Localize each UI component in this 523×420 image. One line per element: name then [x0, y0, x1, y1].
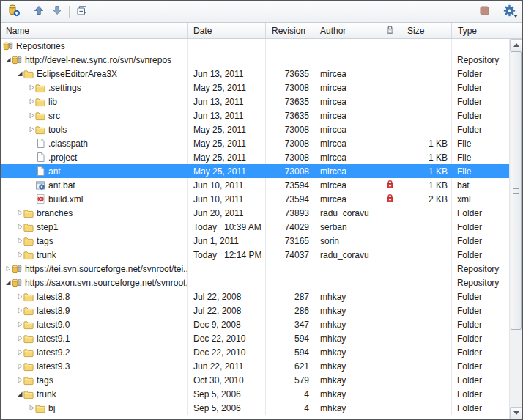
table-row[interactable]: .project May 25, 2011 73008 mircea 1 KB …	[1, 150, 509, 164]
tree-expander[interactable]	[29, 108, 35, 122]
toolbar	[1, 1, 522, 23]
size-cell	[401, 234, 452, 248]
item-name: latest8.9	[37, 306, 70, 316]
name-cell: bj	[1, 401, 188, 415]
table-row[interactable]: https://saxon.svn.sourceforge.net/svnroo…	[1, 276, 509, 290]
tree-expander[interactable]	[17, 67, 23, 81]
table-row[interactable]: .settings May 25, 2011 73008 mircea Fold…	[1, 81, 509, 95]
column-header-date[interactable]: Date	[188, 23, 266, 38]
table-row[interactable]: http://devel-new.sync.ro/svn/svnrepos Re…	[1, 53, 509, 67]
tree-expander[interactable]	[17, 290, 23, 303]
new-repository-location-button[interactable]	[4, 3, 23, 20]
column-header-author[interactable]: Author	[314, 23, 379, 38]
lock-cell	[379, 150, 401, 164]
table-row[interactable]: latest9.3 Jun 22, 2011 621 mhkay Folder	[1, 359, 509, 373]
type-cell: Folder	[452, 206, 509, 220]
table-row[interactable]: latest8.9 Jul 22, 2008 286 mhkay Folder	[1, 303, 509, 317]
size-cell	[401, 262, 452, 276]
tree-expander[interactable]	[29, 401, 35, 415]
folder-icon	[35, 122, 45, 136]
tree-expander[interactable]	[29, 192, 35, 206]
table-row[interactable]: ant May 25, 2011 73008 mircea 1 KB File	[1, 164, 509, 178]
type-cell: Folder	[452, 290, 509, 303]
scrollbar-track[interactable]	[510, 330, 522, 407]
tree-expander[interactable]	[17, 331, 23, 345]
table-row[interactable]: Repositories	[1, 39, 509, 53]
table-row[interactable]: bj Sep 5, 2006 4 mhkay Folder	[1, 401, 509, 415]
scroll-down-button[interactable]	[510, 407, 522, 419]
tree-expander[interactable]	[5, 53, 12, 67]
tree-expander[interactable]	[5, 262, 12, 276]
move-down-icon	[52, 5, 62, 18]
table-row[interactable]: lib Jun 13, 2011 73635 mircea Folder	[1, 95, 509, 108]
type-cell: Folder	[452, 67, 509, 81]
scrollbar-thumb[interactable]	[511, 51, 522, 330]
tree-indent	[1, 394, 17, 394]
revision-cell: 73008	[266, 136, 314, 150]
name-cell: ant.bat	[1, 178, 188, 192]
table-row[interactable]: trunk Sep 5, 2006 4 mhkay Folder	[1, 387, 509, 401]
tree-expander[interactable]	[17, 220, 23, 234]
settings-menu-button[interactable]	[500, 3, 519, 20]
move-down-button[interactable]	[48, 3, 66, 20]
column-header-type[interactable]: Type	[452, 23, 522, 38]
date-cell: Jun 10, 2011	[188, 178, 266, 192]
table-row[interactable]: build.xml Jun 10, 2011 73594 mircea 2 KB…	[1, 192, 509, 206]
table-row[interactable]: tools May 25, 2011 73008 mircea Folder	[1, 122, 509, 136]
table-row[interactable]: .classpath May 25, 2011 73008 mircea 1 K…	[1, 136, 509, 150]
table-row[interactable]: latest9.2 Dec 22, 2010 594 mhkay Folder	[1, 345, 509, 359]
table-row[interactable]: tags Jun 1, 2011 73165 sorin Folder	[1, 234, 509, 248]
vertical-scrollbar[interactable]	[509, 39, 522, 419]
column-header-size[interactable]: Size	[401, 23, 452, 38]
tree-expander[interactable]	[17, 317, 23, 331]
tree-expander[interactable]	[29, 122, 35, 136]
date-cell: Jun 22, 2011	[188, 359, 266, 373]
table-row[interactable]: step1 Today 10:39 AM 74029 serban Folder	[1, 220, 509, 234]
table-row[interactable]: branches Jun 20, 2011 73893 radu_coravu …	[1, 206, 509, 220]
table-row[interactable]: EclipseEditorArea3X Jun 13, 2011 73635 m…	[1, 67, 509, 81]
date-cell: Jul 22, 2008	[188, 303, 266, 317]
tree-expander[interactable]	[29, 81, 35, 95]
table-row[interactable]: latest9.1 Dec 22, 2010 594 mhkay Folder	[1, 331, 509, 345]
table-row[interactable]: ant.bat Jun 10, 2011 73594 mircea 1 KB b…	[1, 178, 509, 192]
column-header-revision[interactable]: Revision	[266, 23, 314, 38]
item-name: src	[48, 111, 60, 121]
tree-expander[interactable]	[29, 150, 35, 164]
size-cell	[401, 331, 452, 345]
date-cell: May 25, 2011	[188, 150, 266, 164]
table-row[interactable]: latest9.0 Dec 9, 2008 347 mhkay Folder	[1, 317, 509, 331]
name-cell: https://tei.svn.sourceforge.net/svnroot/…	[1, 262, 188, 276]
column-header-name[interactable]: Name	[1, 23, 188, 38]
tree-expander[interactable]	[5, 276, 12, 290]
type-cell: Folder	[452, 331, 509, 345]
tree-expander[interactable]	[17, 248, 23, 262]
tree-expander[interactable]	[17, 303, 23, 317]
table-row[interactable]: https://tei.svn.sourceforge.net/svnroot/…	[1, 262, 509, 276]
tree-indent	[1, 366, 17, 366]
table-row[interactable]: trunk Today 12:14 PM 74037 radu_coravu F…	[1, 248, 509, 262]
table-row[interactable]: tags Oct 30, 2010 579 mhkay Folder	[1, 373, 509, 387]
tree-expander[interactable]	[17, 345, 23, 359]
stop-button[interactable]	[475, 3, 494, 20]
move-up-button[interactable]	[29, 3, 48, 20]
tree-expander[interactable]	[29, 136, 35, 150]
author-cell: radu_coravu	[314, 248, 379, 262]
type-cell	[452, 39, 509, 53]
scroll-up-button[interactable]	[510, 39, 522, 51]
table-row[interactable]: latest8.8 Jul 22, 2008 287 mhkay Folder	[1, 290, 509, 303]
tree-expander[interactable]	[29, 95, 35, 108]
table-row[interactable]: src Jun 13, 2011 73635 mircea Folder	[1, 108, 509, 122]
tree-expander[interactable]	[17, 387, 23, 401]
tree-expander[interactable]	[29, 178, 35, 192]
tree-expander[interactable]	[17, 206, 23, 220]
collapse-all-button[interactable]	[73, 3, 91, 20]
name-cell: build.xml	[1, 192, 188, 206]
tree-expander[interactable]	[17, 359, 23, 373]
file-icon	[35, 136, 45, 150]
tree-expander[interactable]	[29, 164, 35, 178]
column-header-lock[interactable]	[379, 23, 401, 38]
date-cell: Jun 20, 2011	[188, 206, 266, 220]
tree-expander[interactable]	[17, 234, 23, 248]
item-name: branches	[37, 208, 73, 218]
tree-expander[interactable]	[17, 373, 23, 387]
